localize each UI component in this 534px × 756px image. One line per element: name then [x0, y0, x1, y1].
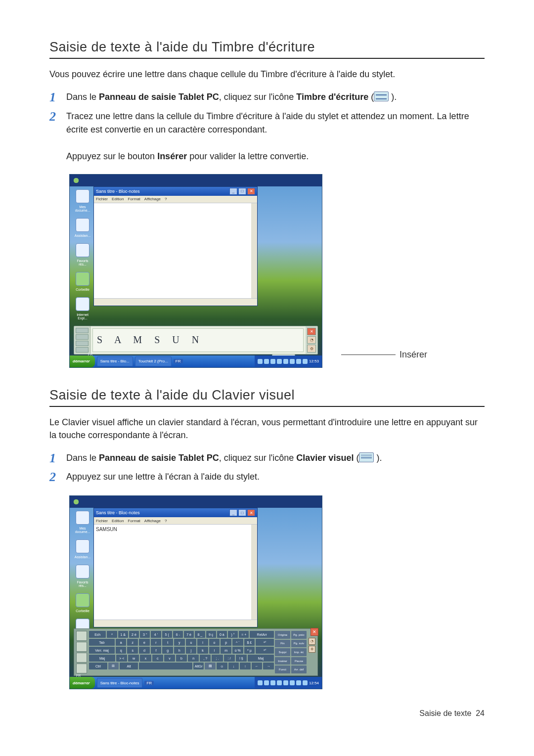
keyboard-key[interactable]: c	[152, 655, 163, 662]
menu-item[interactable]: Edition	[112, 519, 124, 523]
keyboard-key[interactable]: RetArr	[250, 631, 274, 638]
keyboard-key[interactable]: i	[197, 639, 208, 646]
mode-icon[interactable]	[76, 341, 89, 346]
language-indicator[interactable]: FR	[144, 681, 154, 685]
keyboard-key[interactable]: ↵	[256, 647, 274, 654]
desktop-icon[interactable]	[76, 593, 89, 607]
keyboard-key[interactable]: w	[128, 655, 139, 662]
desktop-icon[interactable]	[76, 243, 89, 257]
keyboard-key[interactable]: r	[151, 639, 162, 646]
keyboard-key[interactable]: l	[209, 647, 220, 654]
mode-icon[interactable]	[76, 653, 87, 663]
maximize-icon[interactable]: □	[238, 509, 246, 516]
keyboard-key[interactable]: ù %	[232, 647, 243, 654]
keyboard-key[interactable]: ! §	[236, 655, 247, 662]
keyboard-key[interactable]: ²	[107, 631, 117, 638]
keyboard-nav-key[interactable]: Imp. éc	[291, 648, 307, 656]
tray-icon[interactable]	[270, 359, 275, 364]
keyboard-nav-key[interactable]: Pause	[291, 657, 307, 665]
desktop-icon[interactable]	[76, 189, 89, 203]
mode-icon[interactable]	[76, 631, 87, 641]
keyboard-key[interactable]	[139, 663, 192, 669]
menu-item[interactable]: Affichage	[144, 197, 161, 201]
desktop-icon[interactable]	[76, 218, 89, 232]
keyboard-key[interactable]: 1 &	[118, 631, 128, 638]
keyboard-key[interactable]: AltGr	[193, 663, 204, 669]
scrollbar[interactable]	[251, 525, 257, 620]
tray-icon[interactable]	[258, 359, 263, 364]
keyboard-nav-key[interactable]: Origine	[275, 631, 290, 639]
keyboard-key[interactable]: y	[174, 639, 185, 646]
keyboard-key[interactable]: Maj	[89, 655, 115, 662]
minimize-icon[interactable]: _	[229, 188, 237, 195]
keyboard-key[interactable]: g	[162, 647, 173, 654]
taskbar-item[interactable]: Sans titre - Blo...	[97, 356, 133, 366]
tray-icon[interactable]	[303, 359, 308, 364]
keyboard-key[interactable]: a	[116, 639, 127, 646]
desktop-icon[interactable]	[76, 565, 89, 578]
taskbar-item[interactable]: Sans titre - Bloc-notes	[97, 678, 143, 688]
tray-icon[interactable]	[283, 359, 288, 364]
keyboard-key[interactable]: 8 _	[195, 631, 205, 638]
keyboard-key[interactable]: ☺	[217, 663, 227, 669]
keyboard-key[interactable]: j	[186, 647, 197, 654]
keyboard-key[interactable]: z	[127, 639, 138, 646]
keyboard-nav-key[interactable]: Insérer	[275, 657, 290, 665]
keyboard-key[interactable]: ↑	[240, 663, 251, 669]
keyboard-key[interactable]: ⊞	[108, 663, 119, 669]
menu-item[interactable]: Format	[128, 197, 140, 201]
tray-icon[interactable]	[270, 680, 275, 685]
desktop-icon[interactable]	[76, 297, 89, 311]
desktop-icon[interactable]	[76, 272, 89, 286]
keyboard-key[interactable]: ^ ¨	[232, 639, 243, 646]
keyboard-key[interactable]: v	[164, 655, 175, 662]
keyboard-key[interactable]: d	[139, 647, 150, 654]
keyboard-key[interactable]: ←	[252, 663, 263, 669]
start-button[interactable]: démarrer	[70, 677, 95, 689]
keyboard-key[interactable]: u	[186, 639, 197, 646]
menu-item[interactable]: Fichier	[96, 197, 108, 201]
notepad-titlebar[interactable]: Sans titre - Bloc-notes _ □ ✕	[94, 508, 257, 517]
tray-icon[interactable]	[303, 680, 308, 685]
panel-close-icon[interactable]: ✕	[307, 328, 316, 335]
keyboard-key[interactable]: 7 è	[184, 631, 194, 638]
keyboard-nav-key[interactable]: Fonct	[275, 666, 290, 673]
mode-icon[interactable]	[76, 347, 89, 353]
keyboard-key[interactable]: k	[197, 647, 208, 654]
keyboard-key[interactable]: h	[174, 647, 185, 654]
tray-icon[interactable]	[264, 680, 269, 685]
menu-item[interactable]: Affichage	[144, 519, 161, 523]
notepad-titlebar[interactable]: Sans titre - Bloc-notes _ □ ✕	[94, 187, 257, 196]
keyboard-key[interactable]: : /	[224, 655, 235, 662]
menu-item[interactable]: Fichier	[96, 519, 108, 523]
menu-item[interactable]: ?	[165, 519, 167, 523]
keyboard-nav-key[interactable]: Pg. préc	[291, 631, 307, 639]
keyboard-key[interactable]: = +	[239, 631, 249, 638]
tray-icon[interactable]	[296, 359, 301, 364]
keyboard-key[interactable]: Ech	[89, 631, 106, 638]
keyboard-key[interactable]: 9 ç	[206, 631, 216, 638]
keyboard-key[interactable]: ▤	[205, 663, 216, 669]
keyboard-key[interactable]: t	[162, 639, 173, 646]
keyboard-key[interactable]: ) °	[228, 631, 238, 638]
start-button[interactable]: démarrer	[70, 356, 95, 367]
mode-icon[interactable]	[76, 328, 89, 333]
scrollbar[interactable]	[251, 203, 257, 298]
keyboard-key[interactable]: 2 é	[129, 631, 139, 638]
panel-control-icon[interactable]: ◔	[309, 638, 315, 645]
menu-item[interactable]: Format	[128, 519, 140, 523]
keyboard-key[interactable]: ↵	[256, 639, 274, 646]
keyboard-key[interactable]: q	[116, 647, 127, 654]
keyboard-key[interactable]: 4 '	[151, 631, 161, 638]
keyboard-key[interactable]: * µ	[244, 647, 255, 654]
desktop-icon[interactable]	[76, 539, 89, 553]
keyboard-key[interactable]: b	[176, 655, 187, 662]
tray-icon[interactable]	[283, 680, 288, 685]
keyboard-key[interactable]: Maj	[248, 655, 274, 662]
keyboard-key[interactable]: s	[127, 647, 138, 654]
panel-control-icon[interactable]: ◔	[307, 336, 316, 344]
mode-icon[interactable]	[76, 334, 89, 340]
keyboard-key[interactable]: o	[209, 639, 220, 646]
mode-icon[interactable]	[76, 664, 87, 673]
desktop-icon[interactable]	[76, 511, 89, 525]
